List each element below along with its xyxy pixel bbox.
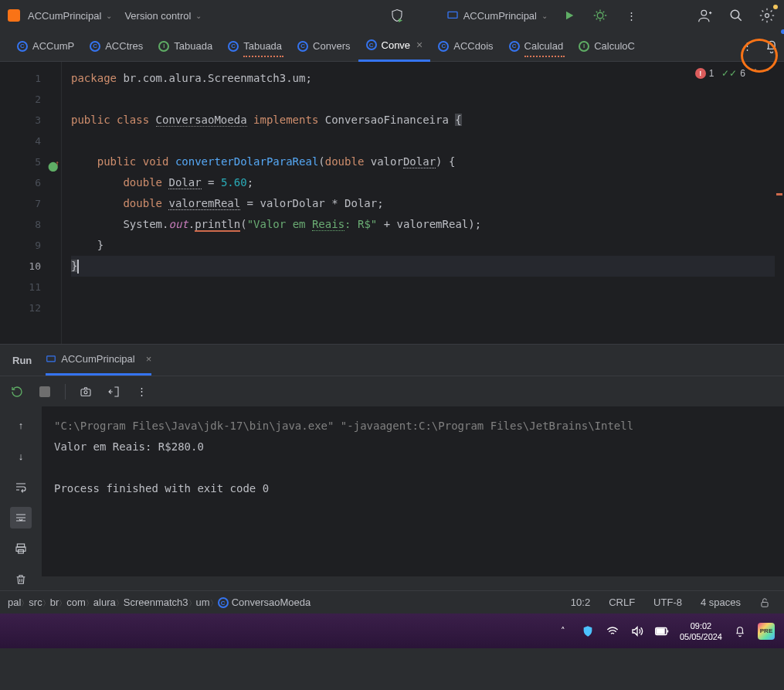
stop-button[interactable] [37,384,53,399]
settings-icon[interactable] [758,6,776,25]
rerun-button[interactable] [9,384,25,399]
print-button[interactable] [10,538,32,559]
file-type-icon: C [297,41,308,52]
editor-gutter[interactable]: 12345⬤↑6789101112 [0,62,62,344]
line-number[interactable]: 12 [0,297,61,318]
copilot-pre-icon[interactable]: PRE [758,623,775,640]
tray-security-icon[interactable] [581,624,595,638]
search-icon[interactable] [727,6,745,25]
code-with-me-icon[interactable] [696,6,714,25]
tray-battery-icon[interactable] [655,624,669,638]
run-config-label: ACCumPrincipal [463,10,537,22]
check-icon: ✓✓ [721,68,737,79]
editor-tab[interactable]: CTabuada [220,31,290,62]
editor-tab[interactable]: CConvers [290,31,358,62]
file-type-icon: C [90,41,100,52]
more-button[interactable]: ⋮ [134,384,149,399]
up-button[interactable]: ↑ [10,414,32,436]
code-pane[interactable]: package br.com.alura.Screenmatch3.um; pu… [62,62,784,344]
line-number[interactable]: 2 [0,89,61,110]
file-type-icon: C [228,41,239,52]
caret-position[interactable]: 10:2 [565,597,596,608]
editor-tab[interactable]: CConve× [358,31,431,62]
tray-chevron-icon[interactable]: ˄ [556,624,570,638]
tray-notifications-icon[interactable] [733,624,747,638]
indent-setting[interactable]: 4 spaces [694,597,747,608]
run-tab-active[interactable]: ACCumPrincipal × [46,345,151,376]
run-config-dropdown[interactable]: ACCumPrincipal ⌄ [446,9,548,22]
svg-point-1 [597,12,603,19]
keyword: public class [71,114,156,126]
svg-point-2 [701,10,707,15]
shield-icon[interactable]: ▸ [388,6,406,25]
line-number[interactable]: 8 [0,214,61,235]
svg-rect-0 [448,12,457,18]
screenshot-button[interactable] [78,384,93,399]
breadcrumb-path[interactable]: pal〉src〉br〉com〉alura〉Screenmatch3〉um〉CCo… [8,597,311,609]
editor-tab[interactable]: CCalculad [501,31,572,62]
svg-rect-5 [47,355,56,361]
tab-label: Calculad [524,40,564,52]
tab-label: Conve [382,39,411,51]
close-icon[interactable]: × [146,353,152,365]
line-number[interactable]: 4 [0,131,61,151]
close-icon[interactable]: × [416,39,423,51]
editor-scrollbar[interactable] [773,62,782,344]
readonly-lock-icon[interactable] [753,597,776,608]
file-type-icon: C [366,39,377,50]
breadcrumb-item[interactable]: com [66,597,86,608]
editor-tab[interactable]: ITabuada [151,31,220,62]
debug-button[interactable] [591,6,609,25]
breadcrumb-item[interactable]: pal [8,597,21,608]
vcs-dropdown[interactable]: Version control ⌄ [124,10,202,22]
code-editor[interactable]: 12345⬤↑6789101112 package br.com.alura.S… [0,62,784,344]
soft-wrap-button[interactable] [10,476,32,498]
line-number[interactable]: 5⬤↑ [0,151,61,172]
tray-volume-icon[interactable] [630,624,644,638]
breadcrumb-item[interactable]: src [29,597,42,608]
line-number[interactable]: 9 [0,235,61,256]
run-button[interactable] [560,6,579,25]
editor-tab[interactable]: CACCumP [9,31,82,62]
breadcrumb-item[interactable]: ConversaoMoeda [232,597,311,608]
line-number[interactable]: 3 [0,110,61,131]
run-title[interactable]: Run [12,345,32,376]
line-number[interactable]: 11 [0,277,61,297]
error-count[interactable]: !1 [695,68,714,79]
warning-count[interactable]: ✓✓6 [721,68,745,79]
notifications-bell-icon[interactable] [759,31,784,62]
tab-label: Tabuada [243,40,282,52]
down-button[interactable]: ↓ [10,445,32,467]
editor-tab[interactable]: CACCdois [430,31,501,62]
breadcrumb-item[interactable]: br [50,597,59,608]
breadcrumb-item[interactable]: um [196,597,210,608]
exit-button[interactable] [106,384,121,399]
file-encoding[interactable]: UTF-8 [647,597,688,608]
text-cursor [77,260,79,274]
taskbar-clock[interactable]: 09:02 05/05/2024 [680,620,722,642]
inspections-widget[interactable]: !1 ✓✓6 ˄ ˅ [695,68,770,79]
tabs-more-button[interactable]: ⋮ [735,31,759,62]
console-output[interactable]: "C:\Program Files\Java\jdk-17\bin\java.e… [42,406,784,576]
more-actions-button[interactable]: ⋮ [622,6,640,25]
chevron-up-icon[interactable]: ˄ [753,68,758,79]
line-number[interactable]: 10 [0,256,61,277]
trash-button[interactable] [10,569,32,590]
line-number[interactable]: 1 [0,68,61,89]
windows-taskbar: ˄ 09:02 05/05/2024 PRE [0,614,784,648]
line-separator[interactable]: CRLF [602,597,641,608]
line-number[interactable]: 7 [0,193,61,214]
file-type-icon: I [579,41,589,52]
tab-label: Convers [313,40,350,52]
breadcrumb-item[interactable]: alura [93,597,116,608]
project-dropdown[interactable]: ACCumPrincipal ⌄ [8,9,112,22]
editor-tab[interactable]: ICalculoC [571,31,643,62]
scroll-to-end-button[interactable] [10,507,32,529]
editor-tab[interactable]: CACCtres [82,31,151,62]
tray-wifi-icon[interactable] [606,624,619,638]
breadcrumb-item[interactable]: Screenmatch3 [124,597,188,608]
status-bar: pal〉src〉br〉com〉alura〉Screenmatch3〉um〉CCo… [0,590,784,614]
line-number[interactable]: 6 [0,172,61,193]
file-type-icon: C [17,41,28,52]
chevron-down-icon[interactable]: ˅ [765,68,770,79]
